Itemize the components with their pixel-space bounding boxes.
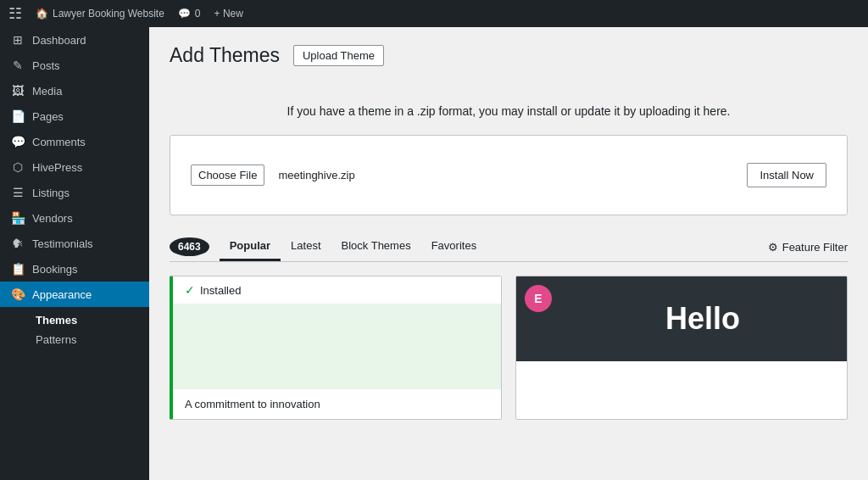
theme-description-1: A commitment to innovation (173, 389, 501, 419)
sidebar-item-posts[interactable]: ✎ Posts (0, 53, 149, 78)
sidebar-item-bookings[interactable]: 📋 Bookings (0, 256, 149, 282)
upload-notice: If you have a theme in a .zip format, yo… (170, 84, 848, 135)
main-layout: ⊞ Dashboard ✎ Posts 🖼 Media 📄 Pages 💬 Co… (0, 27, 868, 480)
bookings-icon: 📋 (10, 262, 25, 276)
sidebar: ⊞ Dashboard ✎ Posts 🖼 Media 📄 Pages 💬 Co… (0, 27, 149, 480)
content-area: Add Themes Upload Theme If you have a th… (149, 27, 868, 480)
tab-favorites[interactable]: Favorites (421, 232, 487, 261)
elementor-badge: E (525, 285, 552, 312)
site-name[interactable]: 🏠 Lawyer Booking Website (36, 8, 164, 20)
sidebar-item-dashboard[interactable]: ⊞ Dashboard (0, 27, 149, 53)
comments-icon: 💬 (10, 135, 25, 148)
file-upload-box: Choose File meetinghive.zip Install Now (170, 135, 848, 215)
hivepress-icon: ⬡ (10, 160, 25, 174)
vendors-icon: 🏪 (10, 211, 25, 225)
sidebar-item-testimonials[interactable]: 🗣 Testimonials (0, 231, 149, 256)
sidebar-item-vendors[interactable]: 🏪 Vendors (0, 205, 149, 231)
pages-icon: 📄 (10, 109, 25, 123)
sidebar-submenu: Themes Patterns (0, 307, 149, 353)
theme-cards-grid: ✓ Installed A commitment to innovation E… (170, 276, 848, 420)
upload-theme-button[interactable]: Upload Theme (293, 45, 384, 66)
installed-badge: ✓ Installed (173, 276, 501, 304)
top-bar: ☷ 🏠 Lawyer Booking Website 💬 0 + New (0, 0, 868, 27)
home-icon: 🏠 (36, 8, 48, 20)
theme-preview-2: E Hello (516, 276, 847, 361)
sidebar-sub-themes[interactable]: Themes (31, 310, 149, 330)
comments-link[interactable]: 💬 0 (178, 8, 201, 20)
sidebar-item-media[interactable]: 🖼 Media (0, 78, 149, 103)
theme-preview-1 (173, 304, 501, 389)
sidebar-sub-patterns[interactable]: Patterns (31, 330, 149, 349)
tab-latest[interactable]: Latest (281, 232, 331, 261)
page-header: Add Themes Upload Theme (170, 44, 848, 67)
sidebar-item-hivepress[interactable]: ⬡ HivePress (0, 154, 149, 180)
listings-icon: ☰ (10, 186, 25, 199)
themes-count-badge: 6463 (170, 237, 209, 256)
page-title: Add Themes (170, 44, 280, 67)
tab-popular[interactable]: Popular (220, 232, 281, 261)
media-icon: 🖼 (10, 84, 25, 98)
wp-logo-icon[interactable]: ☷ (8, 4, 22, 23)
sidebar-item-listings[interactable]: ☰ Listings (0, 180, 149, 205)
hello-text: Hello (665, 301, 740, 337)
feature-filter-button[interactable]: ⚙ Feature Filter (768, 234, 848, 260)
theme-card-2: E Hello (515, 276, 848, 420)
appearance-icon: 🎨 (10, 287, 25, 301)
sidebar-item-pages[interactable]: 📄 Pages (0, 103, 149, 129)
install-now-button[interactable]: Install Now (747, 163, 826, 187)
gear-icon: ⚙ (768, 241, 778, 254)
check-icon: ✓ (185, 283, 195, 297)
theme-card-installed: ✓ Installed A commitment to innovation (170, 276, 502, 420)
sidebar-item-appearance[interactable]: 🎨 Appearance (0, 282, 149, 307)
new-button[interactable]: + New (214, 8, 243, 20)
themes-tabs: 6463 Popular Latest Block Themes Favorit… (170, 232, 848, 262)
file-name-label: meetinghive.zip (278, 169, 354, 181)
posts-icon: ✎ (10, 59, 25, 72)
choose-file-button[interactable]: Choose File (191, 165, 264, 186)
testimonials-icon: 🗣 (10, 237, 25, 250)
comment-icon: 💬 (178, 8, 191, 20)
dashboard-icon: ⊞ (10, 33, 25, 47)
tab-block-themes[interactable]: Block Themes (331, 232, 421, 261)
sidebar-item-comments[interactable]: 💬 Comments (0, 129, 149, 154)
